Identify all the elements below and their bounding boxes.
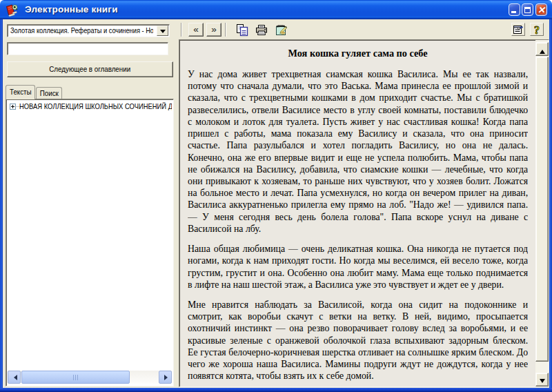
- svg-text:?: ?: [534, 24, 540, 35]
